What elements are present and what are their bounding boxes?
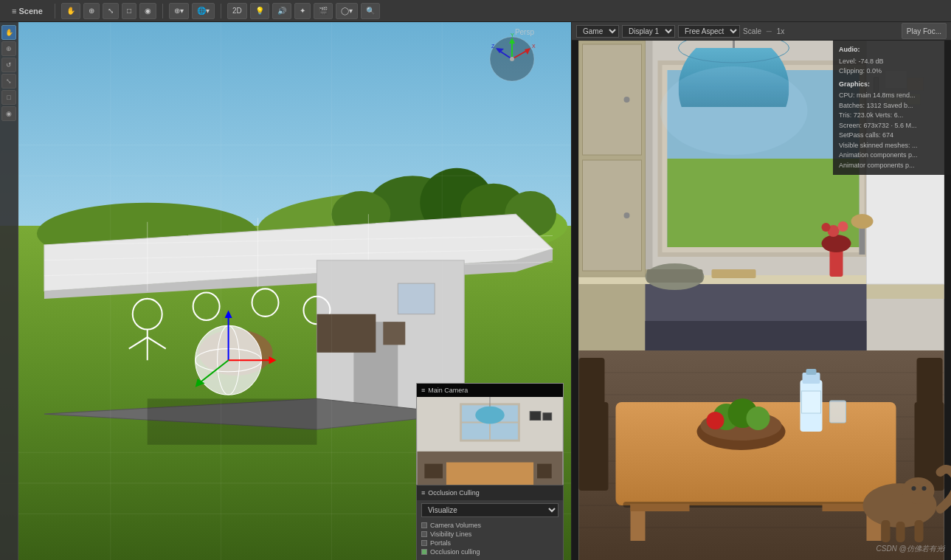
scene-tab[interactable]: ≡ Scene (6, 7, 49, 15)
clipping-stat: Clipping: 0.0% (839, 66, 945, 77)
svg-rect-74 (537, 464, 552, 479)
rotate-gizmo-btn[interactable]: ⊕ (83, 3, 100, 19)
svg-point-70 (475, 407, 504, 424)
svg-rect-150 (647, 269, 703, 283)
scene-panel: Persp Y X Z (0, 22, 572, 560)
svg-point-147 (838, 221, 848, 232)
svg-point-142 (912, 486, 916, 491)
occlusion-icon: ≡ (421, 489, 425, 497)
display-select[interactable]: Display 1 (622, 25, 675, 38)
multi-tool-btn[interactable]: ◉ (1, 106, 16, 121)
audio-btn[interactable]: 🔊 (272, 3, 291, 19)
rect-tool-btn[interactable]: □ (1, 90, 16, 105)
svg-rect-130 (830, 401, 846, 423)
svg-point-143 (922, 486, 927, 491)
svg-text:Z: Z (491, 44, 495, 49)
animation-stat: Animation components p... (839, 151, 945, 161)
gizmos-btn[interactable]: ◯▾ (336, 3, 358, 19)
svg-point-136 (902, 477, 935, 504)
graphics-section-label: Graphics: (839, 80, 945, 90)
svg-rect-128 (806, 369, 817, 375)
cpu-stat: CPU: main 14.8ms rend... (839, 91, 945, 101)
svg-rect-39 (317, 314, 376, 353)
scene-gizmo[interactable]: Y X Z (486, 33, 538, 85)
left-tools-panel: ✋ ⊕ ↺ ⤡ □ ◉ (0, 22, 18, 560)
svg-rect-20 (398, 283, 435, 314)
camera-volumes-label: Camera Volumes (430, 522, 481, 529)
svg-rect-129 (802, 391, 821, 413)
svg-rect-41 (148, 398, 317, 444)
scene-viewport[interactable]: Persp Y X Z (0, 22, 572, 560)
occlusion-item-2: Portals (421, 539, 559, 547)
move-tool-btn[interactable]: ✋ (61, 3, 80, 19)
tris-stat: Tris: 723.0k Verts: 6... (839, 111, 945, 121)
stats-panel: Audio: Level: -74.8 dB Clipping: 0.0% Gr… (833, 41, 951, 175)
search-btn[interactable]: 🔍 (361, 3, 380, 19)
setpass-stat: SetPass calls: 674 (839, 131, 945, 141)
occlusion-body: Visualize Camera Volumes Visibility Line… (417, 500, 563, 560)
scene-view-effects-btn[interactable]: 🎬 (314, 3, 333, 19)
play-focus-btn[interactable]: Play Foc... (902, 23, 947, 39)
game-select[interactable]: Game (576, 25, 619, 38)
camera-preview-svg (417, 397, 563, 493)
svg-point-153 (851, 214, 874, 229)
svg-rect-134 (917, 358, 943, 406)
occlusion-culling-check[interactable] (421, 549, 427, 555)
portals-check[interactable] (421, 540, 427, 546)
svg-rect-139 (882, 520, 891, 542)
visibility-lines-check[interactable] (421, 531, 427, 537)
svg-rect-151 (712, 269, 756, 278)
camera-preview-viewport[interactable] (417, 397, 563, 493)
scale-tool-btn[interactable]: ⤡ (1, 74, 16, 89)
camera-preview-panel: ≡ Main Camera (416, 383, 564, 494)
camera-preview-icon: ≡ (421, 387, 425, 394)
svg-rect-89 (583, 160, 642, 271)
fx-btn[interactable]: ✦ (294, 3, 311, 19)
camera-volumes-check[interactable] (421, 522, 427, 528)
svg-rect-40 (383, 322, 405, 345)
svg-rect-88 (583, 44, 642, 155)
hand-tool-btn[interactable]: ✋ (1, 25, 16, 40)
visibility-lines-label: Visibility Lines (430, 530, 471, 538)
occlusion-header: ≡ Occlusion Culling (417, 485, 563, 500)
pivot-btn[interactable]: ⊕▾ (169, 3, 189, 19)
svg-rect-73 (424, 464, 443, 479)
svg-rect-72 (543, 413, 552, 421)
game-panel: Game Display 1 Free Aspect Scale ─ 1x Pl… (572, 22, 951, 560)
svg-rect-68 (446, 463, 533, 488)
gizmo-svg: Y X Z (486, 33, 538, 85)
screen-stat: Screen: 673x732 · 5.6 M... (839, 121, 945, 131)
free-aspect-select[interactable]: Free Aspect (678, 25, 740, 38)
svg-point-90 (624, 97, 630, 103)
scale-label: Scale ─ 1x (743, 27, 784, 35)
rect-tool-btn[interactable]: □ (122, 3, 136, 19)
svg-text:Y: Y (511, 33, 514, 38)
occlusion-item-3: Occlusion culling (421, 548, 559, 556)
toolbar-divider-3 (221, 4, 221, 18)
game-viewport[interactable]: Audio: Level: -74.8 dB Clipping: 0.0% Gr… (572, 41, 951, 560)
svg-point-124 (747, 407, 770, 430)
svg-rect-71 (530, 412, 541, 421)
transform-btn[interactable]: ⤡ (103, 3, 119, 19)
portals-label: Portals (430, 539, 451, 547)
move-tool-btn[interactable]: ⊕ (1, 41, 16, 56)
svg-rect-152 (860, 225, 865, 255)
svg-point-145 (822, 235, 851, 252)
rotate-tool-btn[interactable]: ↺ (1, 58, 16, 72)
svg-rect-141 (915, 520, 924, 542)
main-layout: Persp Y X Z (0, 22, 951, 560)
toolbar-divider-2 (162, 4, 163, 18)
svg-point-91 (624, 212, 630, 218)
global-btn[interactable]: 🌐▾ (192, 3, 215, 19)
multi-tool-btn[interactable]: ◉ (139, 3, 156, 19)
top-toolbar: ≡ Scene ✋ ⊕ ⤡ □ ◉ ⊕▾ 🌐▾ 2D 💡 🔊 ✦ 🎬 ◯▾ 🔍 (0, 0, 951, 22)
camera-preview-header: ≡ Main Camera (417, 384, 563, 397)
watermark: CSDN @仿佛若有光i (876, 544, 946, 554)
svg-point-61 (510, 57, 514, 61)
lighting-btn[interactable]: 💡 (250, 3, 269, 19)
visualize-select[interactable]: Visualize (421, 503, 559, 517)
camera-preview-title: Main Camera (428, 387, 468, 394)
skinned-stat: Visible skinned meshes: ... (839, 141, 945, 151)
2d-btn[interactable]: 2D (227, 3, 247, 19)
occlusion-culling-panel: ≡ Occlusion Culling Visualize Camera Vol… (416, 485, 564, 560)
